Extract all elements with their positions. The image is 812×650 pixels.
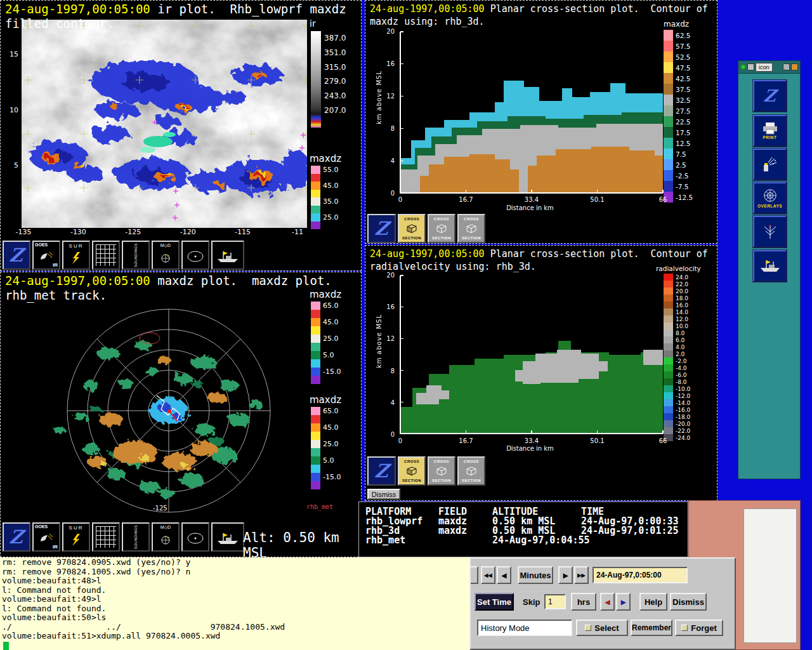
step-forward-button[interactable]: ▶ (558, 566, 573, 584)
print-button[interactable]: PRINT (753, 115, 787, 147)
colorbar-row (311, 174, 339, 182)
grid-button[interactable] (92, 241, 120, 270)
annotate-button[interactable] (753, 149, 787, 180)
colorbar-row (311, 222, 339, 230)
polar-scan-button[interactable] (181, 241, 209, 270)
colorbar-row (311, 432, 341, 440)
colorbar-tick: 32.5 (676, 96, 690, 104)
x-tick: 0 (391, 437, 410, 444)
time-cell: 24-Aug-97,0:01:25 (581, 526, 688, 536)
step-back-button[interactable]: ◀ (497, 566, 511, 584)
zebra-icon-button[interactable]: Z (753, 80, 787, 112)
cross-section-button-2[interactable]: CROSSSECTION (428, 214, 455, 243)
colorbar-row: 55.0 (311, 166, 339, 174)
colorbar-swatch (664, 41, 673, 51)
grid-icon (96, 526, 116, 548)
zebra-menu-button[interactable]: Z (3, 522, 30, 552)
grid-icon (96, 244, 116, 266)
soundings-button[interactable]: SOUNDINGS (122, 241, 150, 270)
colorbar-tick: 24.0 (676, 274, 688, 281)
forget-button[interactable]: Forget (675, 620, 723, 636)
colorbar-swatch (664, 350, 673, 357)
section-label: SECTION (432, 479, 451, 482)
step-back-fast-button[interactable]: ◀◀ (481, 566, 495, 584)
grid-button[interactable] (92, 522, 120, 552)
goes-ir-button[interactable]: GOES IR (32, 241, 60, 270)
y-tick: 8 (383, 368, 395, 375)
soundings-button[interactable]: SOUNDINGS (122, 522, 150, 552)
skip-input[interactable]: 1 (544, 594, 566, 609)
cross-section-button-1[interactable]: CROSSSECTION (398, 456, 426, 486)
colorbar-label: radialvelocity (656, 265, 701, 272)
colorbar-tick: 6.0 (676, 337, 684, 343)
cross-section-button-2[interactable]: CROSSSECTION (428, 456, 455, 486)
zebra-menu-button[interactable]: Z (367, 214, 396, 243)
cross-section-button-1[interactable]: CROSSSECTION (398, 214, 426, 243)
zebra-menu-button[interactable]: Z (3, 241, 30, 270)
ship-button[interactable] (211, 522, 244, 552)
colorbar-swatch (311, 415, 320, 423)
colorbar-label: maxdz (664, 20, 689, 29)
minutes-button[interactable]: Minutes (518, 566, 553, 584)
help-button[interactable]: Help (639, 593, 667, 611)
colorbar-row: -18.0 (664, 413, 690, 420)
colorbar-row: 20.0 (664, 288, 690, 295)
colorbar-swatch (311, 465, 320, 473)
colorbar-swatch (664, 274, 673, 281)
map-button[interactable]: M◇D (152, 522, 180, 552)
dismiss-button[interactable]: Dismiss (670, 593, 707, 611)
set-time-button[interactable]: Set Time (475, 593, 514, 611)
colorbar-tick: 16.0 (676, 302, 688, 308)
colorbar-tick: 27.5 (676, 107, 690, 115)
spin-down-button[interactable]: ◀ (600, 593, 615, 611)
dismiss-button[interactable]: Dismiss (367, 489, 400, 500)
antenna-button[interactable] (753, 216, 787, 248)
surface-obs-button[interactable]: SUR (62, 522, 90, 552)
clipped-widget[interactable] (469, 566, 478, 584)
colorbar-swatch (664, 420, 673, 427)
zebra-desktop: { "ir_panel": { "timestamp": "24-aug-199… (0, 0, 812, 650)
y-tick: 16 (383, 303, 395, 310)
map-button[interactable]: M◇D (152, 241, 180, 270)
colorbar-row: 8.0 (664, 329, 690, 336)
cross-label: CROSS (434, 217, 449, 221)
overlays-button[interactable]: OVERLAYS (753, 182, 787, 214)
history-mode-field[interactable]: History Mode (477, 620, 572, 636)
ship-icon-button[interactable] (753, 250, 787, 282)
cross-section-button-3[interactable]: CROSSSECTION (457, 456, 485, 486)
surface-obs-button[interactable]: SUR (62, 241, 90, 270)
ship-button[interactable] (211, 241, 244, 270)
select-button[interactable]: Select (576, 620, 628, 636)
colorbar-row: 2.5 (664, 159, 693, 170)
colorbar-row: 42.5 (664, 73, 693, 84)
window-close-button[interactable] (791, 63, 798, 70)
remember-button[interactable]: Remember (631, 620, 672, 636)
hrs-button[interactable]: hrs (571, 593, 596, 611)
step-forward-fast-button[interactable]: ▶▶ (574, 566, 589, 584)
window-menu-icon[interactable] (740, 64, 746, 70)
goes-ir-button[interactable]: GOES IR (32, 522, 60, 552)
forget-label: Forget (691, 623, 716, 633)
cross-section-button-3[interactable]: CROSSSECTION (457, 214, 485, 243)
terminal-line: l: Command not found. (2, 586, 468, 595)
terminal-window[interactable]: rm: remove 970824.0905.xwd (yes/no)? yrm… (0, 557, 469, 650)
x-axis-ticks: -135-130-125-120-115-11 (12, 228, 309, 236)
x-tick: 0 (391, 196, 410, 203)
colorbar-row: -20.0 (664, 420, 690, 427)
colorbar-swatch (664, 149, 673, 159)
colorbar-tick: 351.0 (324, 48, 351, 57)
colorbar-row: 65.0 (311, 302, 341, 310)
colorbar-row: 37.5 (664, 84, 693, 95)
colorbar-tick: 25.0 (323, 213, 339, 222)
zebra-menu-button[interactable]: Z (367, 456, 396, 486)
section-label: SECTION (432, 236, 451, 240)
polar-scan-button[interactable] (181, 522, 209, 552)
window-iconify-button[interactable] (783, 63, 790, 70)
spin-up-button[interactable]: ▶ (616, 593, 631, 611)
window-widget-icon[interactable] (747, 63, 754, 70)
time-input[interactable]: 24-Aug-97,0:05:00 (593, 567, 688, 583)
colorbar-swatch (664, 288, 673, 295)
colorbar-tick: 8.0 (676, 330, 684, 336)
cube-icon (465, 466, 478, 476)
colorbar-row: 52.5 (664, 51, 693, 62)
